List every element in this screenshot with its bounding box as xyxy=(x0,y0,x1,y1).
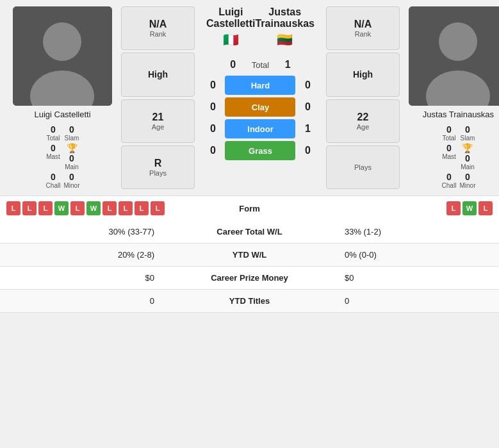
player2-total: 0 Total xyxy=(441,124,457,142)
player2-chall: 0 Chall xyxy=(441,172,457,189)
indoor-row: 0 Indoor 1 xyxy=(200,119,321,138)
stats-label: YTD Titles xyxy=(165,290,334,313)
hard-badge: Hard xyxy=(225,76,295,95)
stats-right-value: 33% (1-2) xyxy=(334,220,499,244)
stats-right-value: 0% (0-0) xyxy=(334,244,499,267)
player2-stats-row1: 0 Total 0 Slam xyxy=(441,124,475,142)
player1-slam: 0 Slam xyxy=(64,124,80,142)
stats-left-value: 30% (33-77) xyxy=(0,220,165,244)
grass-row: 0 Grass 0 xyxy=(200,141,321,160)
player2-card: Justas Trainauskas 0 Total 0 Slam 0 Mas xyxy=(402,6,499,189)
player2-age-box: 22 Age xyxy=(326,99,400,143)
form-badge-left: W xyxy=(54,201,69,215)
stats-row: 0YTD Titles0 xyxy=(0,290,499,313)
player2-middle-stats: N/A Rank High 22 Age Plays xyxy=(326,6,400,189)
player2-high-box: High xyxy=(326,53,400,96)
form-badge-right: L xyxy=(446,201,461,215)
player2-slam: 0 Slam xyxy=(459,124,475,142)
grass-badge: Grass xyxy=(225,141,295,160)
indoor-badge: Indoor xyxy=(225,119,295,138)
player2-stats-row2: 0 Mast 🏆 0 Main xyxy=(441,143,475,170)
form-badge-left: W xyxy=(86,201,101,215)
player1-rank-box: N/A Rank xyxy=(121,6,195,50)
stats-right-value: 0 xyxy=(334,290,499,313)
p1-header: Luigi Castelletti 🇮🇹 xyxy=(206,6,255,47)
total-score-row: 0 Total 1 xyxy=(227,59,293,71)
player1-middle-stats: N/A Rank High 21 Age R Plays xyxy=(121,6,195,189)
stats-table: 30% (33-77)Career Total W/L33% (1-2)20% … xyxy=(0,220,499,313)
player2-minor: 0 Minor xyxy=(459,172,475,189)
form-badge-right: W xyxy=(462,201,477,215)
form-badge-left: L xyxy=(135,201,149,215)
top-section: Luigi Castelletti 0 Total 0 Slam 0 Mast xyxy=(0,0,499,189)
player1-chall: 0 Chall xyxy=(45,172,61,189)
form-badge-left: L xyxy=(119,201,133,215)
player1-plays-box: R Plays xyxy=(121,145,195,189)
stats-label: Career Total W/L xyxy=(165,220,334,244)
player2-avatar xyxy=(409,6,499,106)
form-badge-left: L xyxy=(38,201,53,215)
stats-row: $0Career Prize Money$0 xyxy=(0,267,499,290)
form-badge-left: L xyxy=(6,201,20,215)
player1-total: 0 Total xyxy=(45,124,61,142)
center-scores: Luigi Castelletti 🇮🇹 Justas Trainauskas … xyxy=(197,6,323,189)
main-container: Luigi Castelletti 0 Total 0 Slam 0 Mast xyxy=(0,0,499,313)
trophy-icon-p2: 🏆 0 Main xyxy=(459,143,475,170)
stats-label: YTD W/L xyxy=(165,244,334,267)
form-badge-left: L xyxy=(102,201,117,215)
stats-label: Career Prize Money xyxy=(165,267,334,290)
player2-rank-box: N/A Rank xyxy=(326,6,400,50)
form-badge-right: L xyxy=(479,201,493,215)
player1-mast: 0 Mast xyxy=(45,143,61,170)
player2-stats: 0 Total 0 Slam 0 Mast 🏆 0 xyxy=(441,124,475,189)
player2-name: Justas Trainauskas xyxy=(423,110,494,119)
form-badges-right: LWL xyxy=(314,201,493,215)
player2-stats-row3: 0 Chall 0 Minor xyxy=(441,172,475,189)
player1-name: Luigi Castelletti xyxy=(34,110,90,119)
stats-left-value: $0 xyxy=(0,267,165,290)
trophy-icon-p1: 🏆 0 Main xyxy=(64,143,80,170)
player2-mast: 0 Mast xyxy=(441,143,457,170)
player1-avatar xyxy=(13,6,112,106)
player1-high-box: High xyxy=(121,53,195,96)
stats-right-value: $0 xyxy=(334,267,499,290)
form-badge-left: L xyxy=(70,201,85,215)
clay-badge: Clay xyxy=(225,97,295,117)
form-badge-left: L xyxy=(151,201,165,215)
form-section: LLLWLWLLLL Form LWL xyxy=(0,195,499,220)
form-badge-left: L xyxy=(22,201,37,215)
stats-row: 30% (33-77)Career Total W/L33% (1-2) xyxy=(0,220,499,244)
player1-minor: 0 Minor xyxy=(64,172,80,189)
svg-point-4 xyxy=(439,22,477,61)
player1-stats-row2: 0 Mast 🏆 0 Main xyxy=(45,143,79,170)
center-player-headers: Luigi Castelletti 🇮🇹 Justas Trainauskas … xyxy=(200,6,321,47)
svg-point-1 xyxy=(43,22,81,61)
player1-stats-row1: 0 Total 0 Slam xyxy=(45,124,79,142)
player1-stats-row3: 0 Chall 0 Minor xyxy=(45,172,79,189)
hard-row: 0 Hard 0 xyxy=(200,76,321,95)
player1-age-box: 21 Age xyxy=(121,99,195,143)
player1-stats: 0 Total 0 Slam 0 Mast 🏆 0 xyxy=(45,124,79,189)
player2-plays-box: Plays xyxy=(326,145,400,189)
clay-row: 0 Clay 0 xyxy=(200,97,321,117)
form-label: Form xyxy=(186,204,314,213)
stats-left-value: 20% (2-8) xyxy=(0,244,165,267)
player1-card: Luigi Castelletti 0 Total 0 Slam 0 Mast xyxy=(6,6,119,189)
stats-left-value: 0 xyxy=(0,290,165,313)
p2-header: Justas Trainauskas 🇱🇹 xyxy=(255,6,315,47)
form-badges-left: LLLWLWLLLL xyxy=(6,201,186,215)
stats-row: 20% (2-8)YTD W/L0% (0-0) xyxy=(0,244,499,267)
